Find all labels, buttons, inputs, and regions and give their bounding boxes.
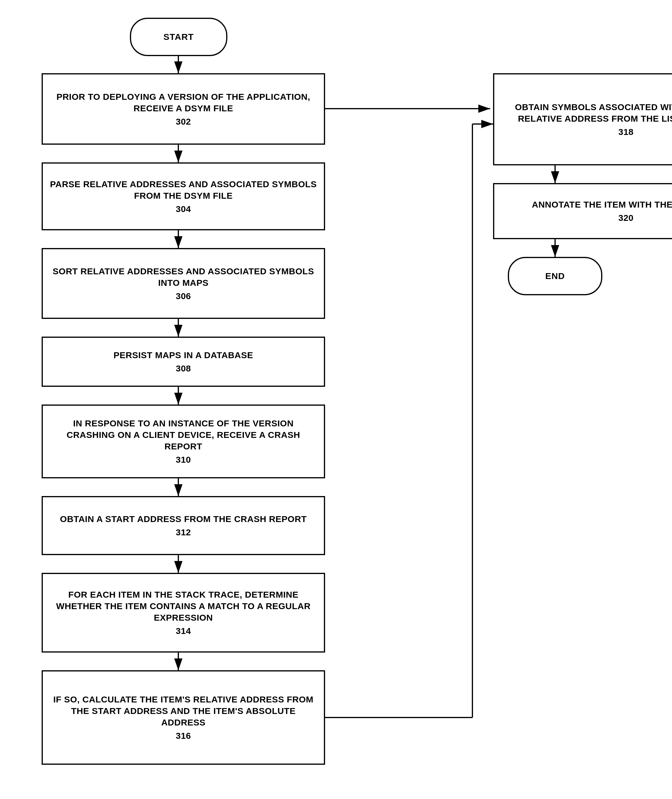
node-302: PRIOR TO DEPLOYING A VERSION OF THE APPL… [42,73,325,145]
end-node: END [508,257,602,295]
start-node: START [130,18,227,56]
node-308: PERSIST MAPS IN A DATABASE 308 [42,336,325,387]
node-304: PARSE RELATIVE ADDRESSES AND ASSOCIATED … [42,162,325,230]
node-306: SORT RELATIVE ADDRESSES AND ASSOCIATED S… [42,248,325,319]
flowchart: START PRIOR TO DEPLOYING A VERSION OF TH… [0,0,672,799]
node-310: IN RESPONSE TO AN INSTANCE OF THE VERSIO… [42,405,325,478]
node-312: OBTAIN A START ADDRESS FROM THE CRASH RE… [42,496,325,555]
node-314: FOR EACH ITEM IN THE STACK TRACE, DETERM… [42,573,325,653]
node-316: IF SO, CALCULATE THE ITEM'S RELATIVE ADD… [42,670,325,765]
node-320: ANNOTATE THE ITEM WITH THE SYMBOLS 320 [493,183,672,239]
node-318: OBTAIN SYMBOLS ASSOCIATED WITH THE ITEM'… [493,73,672,165]
